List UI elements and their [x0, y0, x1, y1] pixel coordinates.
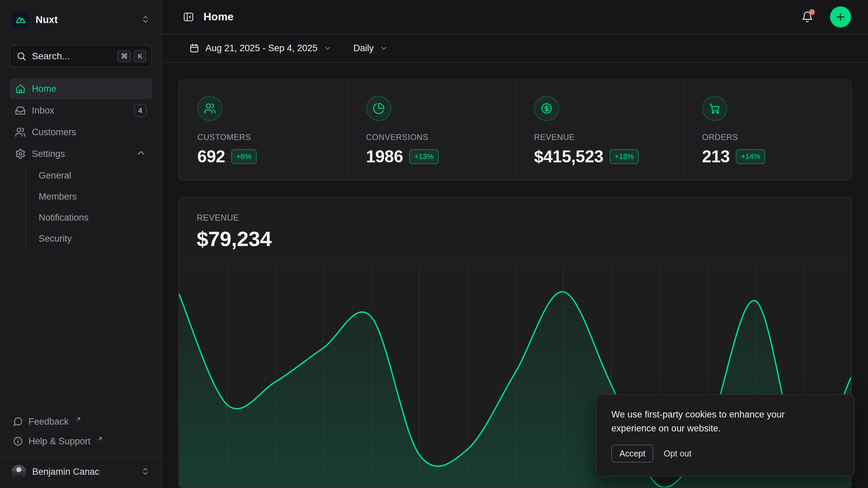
sidebar-footer: Feedback Help & Support Benjamin Canac [9, 412, 152, 482]
stat-value: 692 [197, 147, 225, 166]
users-icon [197, 96, 222, 121]
cookie-actions: Accept Opt out [611, 445, 839, 463]
user-name: Benjamin Canac [32, 467, 99, 477]
info-circle-icon [13, 436, 23, 446]
notification-dot [809, 9, 815, 15]
date-range-picker[interactable]: Aug 21, 2025 - Sep 4, 2025 [189, 43, 332, 54]
sidebar-collapse-button[interactable] [181, 9, 196, 24]
page-title: Home [203, 11, 234, 23]
stat-value: $415,523 [534, 147, 604, 166]
plus-icon [835, 12, 846, 22]
user-menu[interactable]: Benjamin Canac [9, 458, 152, 482]
revenue-chart-value: $79,234 [197, 227, 833, 251]
sidebar-item-home[interactable]: Home [9, 78, 152, 99]
users-icon [15, 127, 26, 138]
stat-label: ORDERS [702, 133, 851, 142]
sidebar-subitem-members[interactable]: Members [35, 186, 152, 207]
feedback-label: Feedback [28, 416, 69, 427]
sidebar-item-label: Home [32, 84, 56, 94]
stat-delta-badge: +18% [610, 149, 639, 164]
notifications-button[interactable] [800, 9, 815, 25]
cookie-consent-toast: We use first-party cookies to enhance yo… [596, 394, 855, 477]
search-icon [16, 51, 26, 61]
workspace-selector[interactable]: Nuxt [9, 9, 152, 30]
stat-label: CONVERSIONS [366, 133, 515, 142]
cookie-message: We use first-party cookies to enhance yo… [611, 408, 822, 435]
sidebar-item-label: Inbox [32, 105, 54, 116]
stat-delta-badge: +6% [231, 149, 257, 164]
sidebar-nav: Home Inbox 4 Customers Settings General [9, 78, 152, 250]
brand-name: Nuxt [36, 14, 58, 25]
chat-bubble-icon [13, 416, 23, 427]
chevron-down-icon [380, 44, 388, 52]
gear-icon [15, 148, 26, 159]
search-input[interactable]: Search... ⌘ K [9, 45, 152, 67]
optout-cookies-button[interactable]: Opt out [664, 449, 691, 459]
user-avatar [12, 465, 26, 479]
add-button[interactable] [830, 6, 851, 27]
date-range-label: Aug 21, 2025 - Sep 4, 2025 [205, 43, 317, 54]
help-support-link[interactable]: Help & Support [9, 431, 152, 451]
sidebar-item-settings[interactable]: Settings [9, 143, 152, 164]
sidebar-item-customers[interactable]: Customers [9, 122, 152, 143]
stat-customers: CUSTOMERS 692 +6% [179, 80, 347, 180]
stat-revenue: REVENUE $415,523 +18% [515, 80, 683, 180]
topbar: Home [162, 0, 868, 35]
nuxt-logo-icon [12, 11, 29, 29]
stat-orders: ORDERS 213 +14% [683, 80, 851, 180]
search-shortcut: ⌘ K [117, 50, 146, 62]
chevron-up-icon [136, 147, 146, 161]
chevrons-up-down-icon [141, 467, 150, 477]
inbox-icon [15, 105, 26, 116]
stat-value: 1986 [366, 147, 403, 166]
chevrons-up-down-icon [141, 15, 150, 25]
granularity-label: Daily [353, 43, 374, 54]
feedback-link[interactable]: Feedback [9, 412, 152, 431]
chevron-down-icon [323, 44, 332, 52]
stat-delta-badge: +13% [409, 149, 439, 164]
sidebar-item-label: Customers [32, 127, 76, 138]
external-link-icon [97, 435, 103, 442]
help-support-label: Help & Support [28, 436, 91, 447]
sidebar-item-inbox[interactable]: Inbox 4 [9, 100, 152, 121]
stat-value: 213 [702, 147, 730, 166]
search-placeholder: Search... [32, 51, 112, 62]
granularity-select[interactable]: Daily [353, 43, 388, 54]
inbox-count-badge: 4 [134, 104, 146, 117]
calendar-icon [189, 43, 199, 53]
sidebar-subitem-notifications[interactable]: Notifications [35, 207, 152, 228]
home-icon [15, 83, 26, 94]
settings-submenu: General Members Notifications Security [25, 165, 152, 249]
sidebar-item-label: Settings [32, 149, 65, 159]
kbd-cmd: ⌘ [117, 50, 131, 62]
stat-delta-badge: +14% [736, 149, 765, 164]
pie-chart-icon [366, 96, 391, 121]
sidebar-subitem-security[interactable]: Security [35, 228, 152, 249]
stats-card: CUSTOMERS 692 +6% CONVERSIONS 1986 +13% [178, 80, 852, 180]
accept-cookies-button[interactable]: Accept [611, 445, 653, 463]
sidebar-subitem-general[interactable]: General [35, 165, 152, 186]
topbar-actions [800, 6, 851, 27]
cart-icon [702, 96, 727, 121]
revenue-chart-label: REVENUE [197, 213, 833, 223]
panel-collapse-icon [183, 11, 194, 23]
stat-label: CUSTOMERS [197, 133, 347, 142]
dollar-circle-icon [534, 96, 559, 121]
kbd-k: K [134, 50, 146, 62]
sidebar: Nuxt Search... ⌘ K Home Inbox 4 [0, 0, 162, 488]
external-link-icon [75, 416, 82, 423]
stat-conversions: CONVERSIONS 1986 +13% [347, 80, 515, 180]
revenue-chart-header: REVENUE $79,234 [179, 198, 851, 264]
filters-toolbar: Aug 21, 2025 - Sep 4, 2025 Daily [162, 35, 868, 63]
stat-label: REVENUE [534, 133, 683, 142]
